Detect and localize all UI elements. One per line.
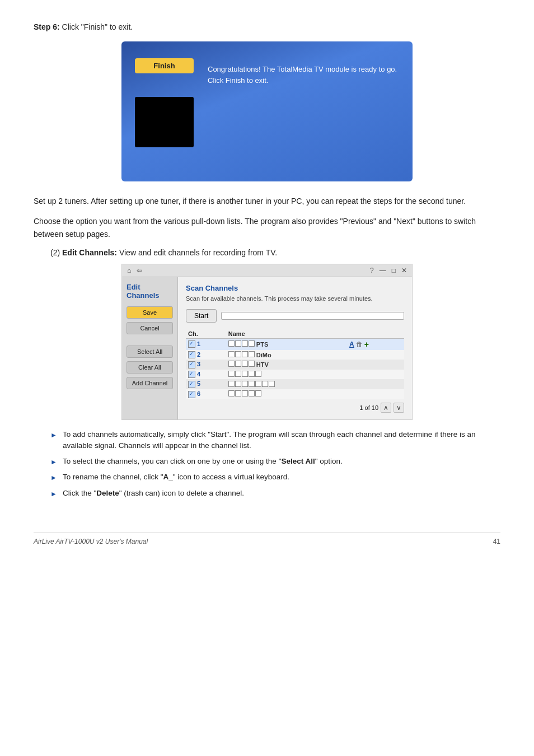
bullet-text: Click the "Delete" (trash can) icon to d…: [63, 488, 244, 499]
body-paragraph-1: Set up 2 tuners. After setting up one tu…: [34, 195, 500, 207]
add-channel-button[interactable]: Add Channel: [127, 377, 173, 389]
name-box: [262, 381, 268, 387]
table-row: 6: [186, 389, 404, 399]
name-box: [249, 371, 255, 377]
ch-checkbox-cell[interactable]: 5: [186, 379, 226, 389]
step-label: Step 6:: [34, 22, 60, 31]
channel-number: 6: [197, 390, 200, 397]
col-header-name: Name: [226, 329, 347, 339]
ch-checkbox-cell[interactable]: 4: [186, 370, 226, 380]
rename-icon[interactable]: A: [349, 340, 354, 348]
name-box: [228, 390, 235, 396]
channel-actions-cell: [347, 360, 404, 370]
channel-name-cell: [226, 379, 347, 389]
footer-title: AirLive AirTV-1000U v2 User's Manual: [34, 538, 148, 545]
name-boxes: [228, 381, 275, 387]
table-row: 3 HTV: [186, 360, 404, 370]
channel-checkbox[interactable]: [188, 381, 195, 388]
pagination-row: 1 of 10 ∧ ∨: [186, 403, 404, 413]
ch-checkbox-cell[interactable]: 2: [186, 350, 226, 360]
channel-number: 1: [197, 340, 200, 347]
body-paragraph-2: Choose the option you want from the vari…: [34, 215, 500, 240]
page-prev-button[interactable]: ∧: [381, 403, 391, 413]
list-item: ► To select the channels, you can click …: [50, 456, 500, 467]
name-box: [228, 351, 235, 357]
name-box: [235, 390, 241, 396]
name-box: [242, 351, 248, 357]
name-box: [249, 340, 255, 347]
name-boxes: [228, 390, 261, 396]
titlebar-maximize-icon[interactable]: □: [390, 266, 397, 275]
clear-all-button[interactable]: Clear All: [127, 361, 173, 374]
channel-actions-cell: [347, 389, 404, 399]
scan-channels-title: Scan Channels: [186, 284, 404, 292]
channel-number: 5: [197, 380, 200, 387]
titlebar-minimize-icon[interactable]: —: [378, 266, 388, 275]
preview-black-box: [135, 97, 194, 147]
bullet-arrow-icon: ►: [50, 473, 57, 483]
start-scan-button[interactable]: Start: [186, 309, 217, 323]
titlebar-close-icon[interactable]: ✕: [400, 266, 409, 275]
channel-checkbox[interactable]: [188, 351, 195, 358]
dialog-main-panel: Scan Channels Scan for available channel…: [178, 277, 412, 419]
finish-button[interactable]: Finish: [135, 58, 194, 73]
bullet-text: To select the channels, you can click on…: [63, 456, 343, 467]
channel-name-text: HTV: [256, 361, 269, 368]
channel-actions-cell: [347, 370, 404, 380]
ch-checkbox-cell[interactable]: 3: [186, 360, 226, 370]
channel-actions-cell: [347, 350, 404, 360]
name-box: [228, 361, 235, 367]
name-box: [235, 361, 241, 367]
titlebar-back-icon[interactable]: ⇦: [135, 266, 144, 275]
name-box: [255, 371, 261, 377]
add-icon[interactable]: +: [364, 340, 369, 349]
channel-action-icons: A 🗑 +: [349, 340, 402, 349]
name-box: [255, 390, 261, 396]
titlebar-help-icon[interactable]: ?: [368, 266, 376, 275]
name-box: [242, 381, 248, 387]
page-next-button[interactable]: ∨: [394, 403, 404, 413]
screenshot-left-panel: Finish: [135, 58, 196, 147]
channel-name-cell: [226, 389, 347, 399]
channel-checkbox[interactable]: [188, 361, 195, 368]
section2-title: (2) Edit Channels: View and edit channel…: [50, 248, 500, 257]
name-box: [235, 351, 241, 357]
name-box: [249, 390, 255, 396]
name-boxes: [228, 351, 255, 357]
bullet-text: To rename the channel, click "A_" icon t…: [63, 472, 289, 483]
name-box: [249, 381, 255, 387]
name-box: [269, 381, 275, 387]
delete-icon[interactable]: 🗑: [356, 340, 363, 348]
name-box: [235, 340, 241, 347]
ch-checkbox-cell[interactable]: 6: [186, 389, 226, 399]
name-box: [242, 361, 248, 367]
step-instruction: Click "Finish" to exit.: [60, 22, 133, 31]
footer-page: 41: [493, 538, 500, 545]
channel-checkbox[interactable]: [188, 340, 195, 348]
cancel-button[interactable]: Cancel: [127, 322, 173, 334]
name-box: [242, 340, 248, 347]
channel-number: 2: [197, 351, 200, 358]
name-boxes: [228, 340, 255, 347]
channel-name-cell: DiMo: [226, 350, 347, 360]
channel-name-cell: PTS: [226, 338, 347, 350]
footer: AirLive AirTV-1000U v2 User's Manual 41: [34, 533, 500, 545]
name-box: [228, 340, 235, 347]
sidebar-title: Edit Channels: [127, 283, 173, 300]
channel-name-text: PTS: [256, 341, 268, 348]
scan-channels-desc: Scan for available channels. This proces…: [186, 295, 404, 303]
name-box: [228, 371, 235, 377]
channel-checkbox[interactable]: [188, 371, 195, 378]
screenshot-message: Congratulations! The TotalMedia TV modul…: [208, 64, 399, 86]
channel-actions-cell: A 🗑 +: [347, 338, 404, 350]
select-all-button[interactable]: Select All: [127, 346, 173, 358]
bullet-arrow-icon: ►: [50, 430, 57, 440]
save-button[interactable]: Save: [127, 306, 173, 319]
channel-checkbox[interactable]: [188, 391, 195, 398]
name-box: [235, 371, 241, 377]
name-box: [242, 390, 248, 396]
list-item: ► To add channels automatically, simply …: [50, 429, 500, 452]
titlebar-home-icon[interactable]: ⌂: [125, 266, 133, 275]
ch-checkbox-cell[interactable]: 1: [186, 338, 226, 350]
bullet-arrow-icon: ►: [50, 489, 57, 499]
